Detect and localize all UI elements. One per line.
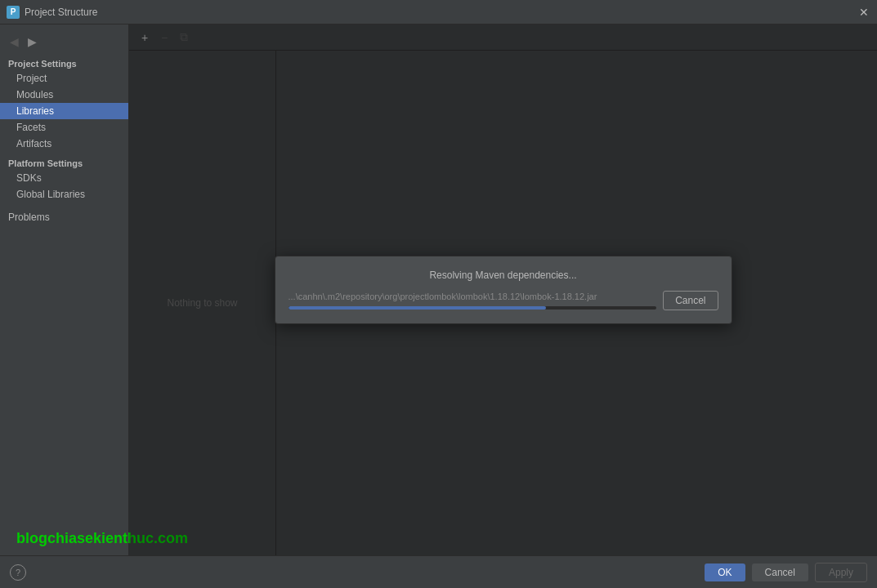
sidebar-item-problems[interactable]: Problems [0,209,128,225]
apply-button[interactable]: Apply [815,563,867,582]
ok-button[interactable]: OK [705,564,745,581]
dialog-overlay: Resolving Maven dependencies... ...\canh… [129,24,877,555]
main-layout: ◀ ▶ Project Settings Project Modules Lib… [0,24,877,555]
sidebar-item-facets[interactable]: Facets [0,119,128,136]
progress-bar-fill [289,306,546,310]
sidebar: ◀ ▶ Project Settings Project Modules Lib… [0,24,129,555]
close-button[interactable]: ✕ [857,6,870,19]
window-controls: ✕ [857,6,870,19]
sidebar-item-libraries[interactable]: Libraries [0,103,128,119]
progress-bar-container [289,306,657,310]
sidebar-item-artifacts[interactable]: Artifacts [0,136,128,152]
progress-dialog: Resolving Maven dependencies... ...\canh… [275,256,732,324]
back-button[interactable]: ◀ [7,34,21,49]
content-area: + − ⧉ Nothing to show Resolving Maven de… [129,24,877,555]
bottom-left: ? [10,564,26,581]
sidebar-item-project[interactable]: Project [0,70,128,87]
nav-row: ◀ ▶ [0,31,128,52]
sidebar-item-global-libraries[interactable]: Global Libraries [0,186,128,203]
dialog-cancel-button[interactable]: Cancel [663,291,718,310]
platform-settings-section: Platform Settings [0,155,128,170]
progress-path: ...\canhn\.m2\repository\org\projectlomb… [289,292,657,301]
sidebar-item-sdks[interactable]: SDKs [0,170,128,186]
bottom-right: OK Cancel Apply [705,563,867,582]
project-settings-section: Project Settings [0,56,128,70]
window-title: Project Structure [25,7,857,18]
bottom-bar: ? OK Cancel Apply [0,555,877,588]
progress-text-area: ...\canhn\.m2\repository\org\projectlomb… [289,292,657,310]
app-icon: P [7,6,20,19]
forward-button[interactable]: ▶ [25,34,39,49]
sidebar-item-modules[interactable]: Modules [0,87,128,103]
dialog-body: ...\canhn\.m2\repository\org\projectlomb… [289,291,718,310]
help-button[interactable]: ? [10,564,26,581]
title-bar: P Project Structure ✕ [0,0,877,24]
cancel-button[interactable]: Cancel [752,564,808,581]
dialog-title: Resolving Maven dependencies... [289,270,718,281]
